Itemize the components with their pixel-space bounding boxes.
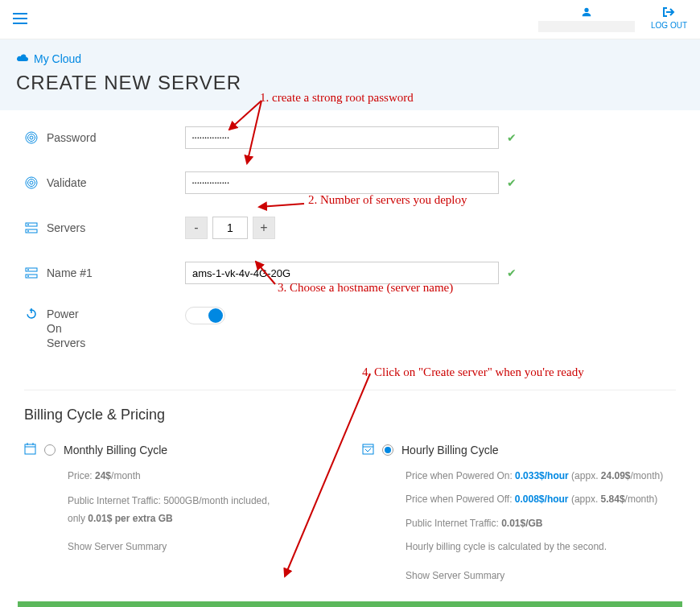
logout-icon (662, 6, 675, 21)
monthly-traffic-line: Public Internet Traffic: 5000GB/month in… (68, 493, 338, 527)
toggle-knob (208, 308, 223, 323)
calendar-icon (24, 443, 36, 458)
hourly-title: Hourly Billing Cycle (401, 444, 499, 456)
power-on-toggle[interactable] (185, 307, 225, 324)
validate-label: Validate (47, 176, 87, 189)
hourly-traffic-line: Public Internet Traffic: 0.01$/GB (406, 515, 676, 533)
stepper-minus-button[interactable]: - (185, 217, 208, 239)
hostname-input[interactable] (185, 262, 499, 284)
arrow-2 (254, 197, 311, 213)
check-icon: ✔ (507, 176, 517, 189)
validate-row: Validate ✔ (24, 171, 676, 194)
form-area: 1. create a strong root password 2. Numb… (0, 110, 700, 390)
svg-point-8 (28, 180, 35, 187)
monthly-show-summary-link[interactable]: Show Server Summary (68, 539, 338, 556)
name-label: Name #1 (47, 266, 93, 279)
svg-point-6 (30, 136, 33, 139)
power-label: Power On Servers (47, 307, 85, 351)
power-icon (24, 307, 39, 320)
svg-line-2 (259, 204, 304, 207)
cloud-icon (16, 52, 29, 65)
stepper-plus-button[interactable]: + (253, 217, 275, 239)
hamburger-menu-icon[interactable] (13, 11, 27, 28)
svg-point-16 (28, 270, 29, 270)
create-server-button[interactable]: CREATE SERVER » (18, 601, 682, 607)
page-title: CREATE NEW SERVER (16, 72, 684, 94)
check-icon: ✔ (507, 266, 517, 279)
name-row: Name #1 ✔ (24, 262, 676, 284)
billing-monthly-column: Monthly Billing Cycle Price: 24$/month P… (24, 443, 338, 585)
monthly-price-line: Price: 24$/month (68, 468, 338, 485)
password-label: Password (47, 131, 96, 144)
svg-rect-21 (25, 444, 35, 454)
billing-hourly-column: Hourly Billing Cycle Price when Powered … (362, 443, 676, 585)
password-input[interactable] (185, 126, 499, 149)
hourly-radio[interactable] (382, 444, 393, 456)
billing-title: Billing Cycle & Pricing (24, 390, 676, 423)
hourly-on-line: Price when Powered On: 0.033$/hour (appx… (406, 468, 676, 485)
servers-count-input[interactable] (212, 217, 248, 239)
svg-point-5 (28, 134, 35, 142)
power-row: Power On Servers (24, 307, 676, 351)
check-icon: ✔ (507, 131, 517, 144)
logout-label: LOG OUT (651, 21, 687, 30)
fingerprint-icon (24, 131, 39, 144)
annotation-2: 2. Number of servers you deploy (308, 193, 467, 207)
hourly-off-line: Price when Powered Off: 0.008$/hour (app… (406, 491, 676, 509)
svg-rect-25 (363, 444, 373, 454)
svg-point-13 (28, 231, 29, 232)
logout-button[interactable]: LOG OUT (651, 6, 687, 30)
svg-point-12 (28, 225, 29, 225)
servers-icon (24, 221, 39, 234)
svg-point-9 (30, 181, 33, 184)
hourly-note: Hourly billing cycle is calculated by th… (406, 539, 676, 556)
servers-label: Servers (47, 221, 85, 234)
billing-section: 4. Click on "Create server" when you're … (0, 390, 700, 601)
monthly-radio[interactable] (44, 444, 56, 456)
fingerprint-icon (24, 176, 39, 189)
validate-input[interactable] (185, 171, 499, 194)
page-header: My Cloud CREATE NEW SERVER (0, 39, 700, 110)
servers-row: Servers - + (24, 217, 676, 239)
breadcrumb-label: My Cloud (34, 52, 81, 65)
breadcrumb[interactable]: My Cloud (16, 52, 684, 65)
hourly-show-summary-link[interactable]: Show Server Summary (406, 568, 676, 585)
calendar-hour-icon (362, 443, 374, 458)
svg-point-17 (28, 276, 29, 277)
user-icon (581, 6, 592, 18)
password-row: Password ✔ (24, 126, 676, 149)
monthly-title: Monthly Billing Cycle (64, 444, 167, 456)
servers-stepper: - + (185, 217, 275, 239)
user-menu[interactable] (538, 6, 635, 32)
servers-icon (24, 266, 39, 279)
topbar: LOG OUT (0, 0, 700, 39)
username-placeholder (538, 21, 635, 32)
